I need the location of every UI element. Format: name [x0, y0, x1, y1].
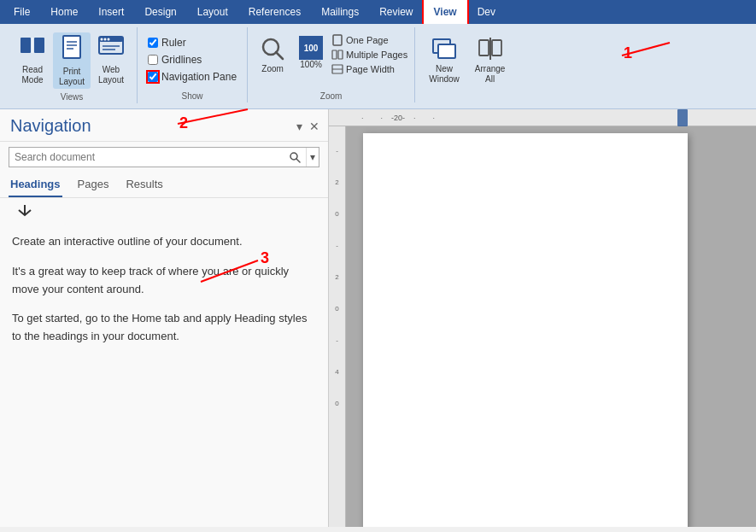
zoom-100-icon: 100 [299, 36, 323, 60]
ruler-marks: · · -20- · · [336, 114, 756, 122]
document-page [363, 133, 688, 527]
svg-rect-16 [333, 35, 342, 45]
menu-file[interactable]: File [3, 0, 40, 24]
zoom-label: Zoom [261, 64, 284, 73]
nav-text-3: To get started, go to the Home tab and a… [12, 310, 316, 346]
arrange-all-button[interactable]: Arrange All [470, 32, 511, 88]
print-layout-label: Print Layout [59, 67, 85, 87]
ribbon: Read Mode Print Layout [0, 24, 756, 109]
new-window-icon [431, 36, 457, 64]
svg-rect-22 [438, 44, 455, 58]
menu-layout[interactable]: Layout [187, 0, 238, 24]
menu-dev[interactable]: Dev [467, 0, 506, 24]
content-area: Navigation ▾ ✕ ▾ Headings Pages Results [0, 109, 756, 527]
nav-header: Navigation ▾ ✕ [0, 109, 328, 142]
navigation-title: Navigation [10, 116, 91, 136]
menu-design[interactable]: Design [134, 0, 186, 24]
gridlines-checkbox-row[interactable]: Gridlines [148, 54, 237, 66]
menu-view[interactable]: View [424, 0, 467, 24]
zoom-group-label: Zoom [320, 88, 343, 101]
zoom-options: One Page Multiple Pages Page Width [331, 32, 407, 75]
tab-results[interactable]: Results [124, 172, 164, 197]
nav-tabs: Headings Pages Results [0, 172, 328, 198]
read-mode-label: Read Mode [21, 65, 43, 85]
tab-headings[interactable]: Headings [9, 172, 62, 197]
multiple-pages-option[interactable]: Multiple Pages [331, 49, 407, 61]
page-width-icon [331, 63, 343, 75]
svg-rect-0 [21, 38, 31, 53]
navigation-pane-checkbox[interactable] [148, 72, 158, 82]
gridlines-label: Gridlines [161, 54, 202, 66]
ribbon-group-views: Read Mode Print Layout [7, 27, 138, 103]
ruler-label: Ruler [161, 37, 186, 49]
page-width-label: Page Width [346, 64, 395, 74]
nav-controls: ▾ ✕ [296, 120, 319, 133]
nav-text-2: It's a great way to keep track of where … [12, 263, 316, 299]
ribbon-group-zoom: Zoom 100 100% One Page [248, 27, 415, 102]
page-width-option[interactable]: Page Width [331, 63, 407, 75]
search-input[interactable] [9, 148, 284, 167]
search-options-button[interactable]: ▾ [306, 148, 319, 167]
ribbon-group-show: Ruler Gridlines Navigation Pane Show [138, 27, 248, 102]
new-window-button[interactable]: New Window [422, 32, 466, 88]
one-page-option[interactable]: One Page [331, 34, 407, 46]
ruler-top: · · -20- · · [329, 109, 756, 126]
ruler-checkbox[interactable] [148, 38, 158, 48]
zoom-button[interactable]: Zoom [255, 32, 290, 77]
multiple-pages-icon [331, 49, 343, 61]
one-page-label: One Page [346, 35, 389, 45]
search-icon[interactable] [284, 148, 306, 167]
svg-line-15 [276, 52, 283, 59]
gridlines-checkbox[interactable] [148, 55, 158, 65]
zoom-100-button[interactable]: 100 100% [294, 32, 328, 73]
navigation-pane-checkbox-row[interactable]: Navigation Pane [148, 71, 237, 83]
new-window-label: New Window [429, 64, 460, 85]
nav-text-1: Create an interactive outline of your do… [12, 233, 316, 251]
svg-line-27 [296, 159, 300, 162]
tab-pages[interactable]: Pages [76, 172, 111, 197]
ribbon-group-window: New Window Arrange All [415, 27, 517, 102]
down-arrow-icon [12, 203, 38, 217]
document-area: · · -20- · · - 2 0 - 2 0 - 4 0 [329, 109, 756, 527]
read-mode-button[interactable]: Read Mode [14, 32, 51, 87]
read-mode-icon [19, 34, 46, 63]
menu-mailings[interactable]: Mailings [311, 0, 369, 24]
menu-review[interactable]: Review [369, 0, 423, 24]
navigation-pane-label: Navigation Pane [161, 71, 237, 83]
ruler-left: - 2 0 - 2 0 - 4 0 [329, 126, 346, 527]
nav-close-button[interactable]: ✕ [309, 120, 319, 133]
one-page-icon [331, 34, 343, 46]
svg-point-9 [101, 38, 103, 41]
print-layout-button[interactable]: Print Layout [53, 32, 91, 89]
svg-rect-3 [63, 36, 80, 58]
multiple-pages-label: Multiple Pages [346, 50, 407, 60]
svg-rect-17 [332, 50, 337, 59]
menu-bar: File Home Insert Design Layout Reference… [0, 0, 756, 24]
web-layout-icon [98, 34, 124, 63]
nav-content: Create an interactive outline of your do… [0, 219, 328, 360]
arrange-all-label: Arrange All [475, 64, 506, 85]
arrange-all-icon [478, 36, 503, 64]
ruler-checkbox-row[interactable]: Ruler [148, 37, 237, 49]
nav-dropdown-button[interactable]: ▾ [296, 120, 302, 133]
web-layout-button[interactable]: Web Layout [92, 32, 130, 87]
web-layout-label: Web Layout [98, 65, 124, 85]
menu-references[interactable]: References [238, 0, 311, 24]
nav-arrow-indicator [0, 198, 328, 219]
menu-home[interactable]: Home [40, 0, 88, 24]
print-layout-icon [60, 34, 84, 65]
zoom-100-label: 100% [300, 60, 322, 69]
views-group-label: Views [61, 89, 84, 102]
show-group-label: Show [182, 88, 203, 101]
svg-rect-24 [479, 40, 489, 56]
svg-rect-18 [338, 50, 343, 59]
svg-point-10 [104, 38, 107, 41]
svg-rect-1 [34, 38, 44, 53]
svg-point-11 [108, 38, 110, 41]
menu-insert[interactable]: Insert [88, 0, 134, 24]
navigation-panel: Navigation ▾ ✕ ▾ Headings Pages Results [0, 109, 329, 527]
nav-search-box[interactable]: ▾ [9, 147, 319, 167]
svg-rect-25 [492, 40, 501, 56]
zoom-icon [260, 36, 285, 64]
